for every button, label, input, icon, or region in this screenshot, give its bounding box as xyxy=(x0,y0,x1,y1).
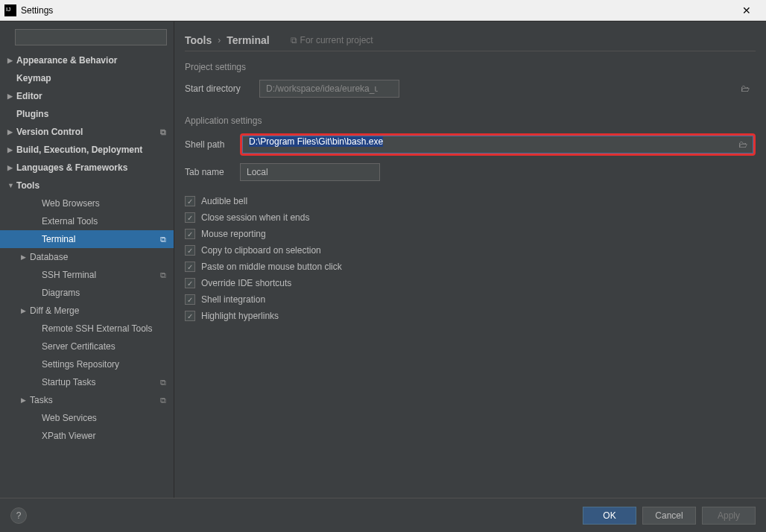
for-project-label: ⧉For current project xyxy=(291,35,373,45)
checkbox-icon: ✓ xyxy=(185,229,195,239)
footer: ? OK Cancel Apply xyxy=(0,498,766,532)
cancel-button[interactable]: Cancel xyxy=(642,507,696,525)
settings-tree: ▶Appearance & Behavior Keymap ▶Editor Pl… xyxy=(0,50,174,498)
chevron-right-icon: ▶ xyxy=(7,146,13,153)
check-mouse-reporting[interactable]: ✓Mouse reporting xyxy=(185,226,756,242)
sidebar: Q▾ ▶Appearance & Behavior Keymap ▶Editor… xyxy=(0,22,174,498)
folder-icon[interactable]: 🗁 xyxy=(741,83,750,94)
sidebar-item-editor[interactable]: ▶Editor xyxy=(0,87,174,105)
chevron-right-icon: ▶ xyxy=(21,253,26,261)
help-button[interactable]: ? xyxy=(10,507,27,524)
sidebar-item-server-certs[interactable]: Server Certificates xyxy=(0,338,174,355)
chevron-right-icon: ▶ xyxy=(7,57,13,64)
check-shell-integration[interactable]: ✓Shell integration xyxy=(185,291,756,308)
sidebar-item-web-services[interactable]: Web Services xyxy=(0,409,174,427)
shell-path-label: Shell path xyxy=(185,139,240,150)
copy-icon: ⧉ xyxy=(160,270,166,280)
sidebar-item-tools[interactable]: ▼Tools xyxy=(0,177,174,194)
copy-icon: ⧉ xyxy=(160,235,166,244)
start-dir-input[interactable] xyxy=(259,80,399,98)
app-icon xyxy=(4,4,16,16)
sidebar-item-external-tools[interactable]: External Tools xyxy=(0,212,174,230)
check-close-session[interactable]: ✓Close session when it ends xyxy=(185,209,756,226)
apply-button[interactable]: Apply xyxy=(702,507,756,525)
start-dir-label: Start directory xyxy=(185,83,259,94)
chevron-right-icon: ▶ xyxy=(7,92,13,100)
search-input[interactable] xyxy=(15,29,167,45)
tab-name-input[interactable] xyxy=(240,163,380,181)
sidebar-item-web-browsers[interactable]: Web Browsers xyxy=(0,194,174,212)
breadcrumb: Tools › Terminal ⧉For current project xyxy=(185,29,756,51)
checkbox-icon: ✓ xyxy=(185,294,195,305)
sidebar-item-build[interactable]: ▶Build, Execution, Deployment xyxy=(0,141,174,159)
shell-path-highlight: D:\Program Files\Git\bin\bash.exe 🗁 xyxy=(240,133,756,156)
sidebar-item-plugins[interactable]: Plugins xyxy=(0,105,174,123)
sidebar-item-database[interactable]: ▶Database xyxy=(0,248,174,266)
check-override-ide[interactable]: ✓Override IDE shortcuts xyxy=(185,275,756,291)
checkbox-icon: ✓ xyxy=(185,262,195,272)
checkbox-group: ✓Audible bell ✓Close session when it end… xyxy=(185,193,756,324)
checkbox-icon: ✓ xyxy=(185,311,195,321)
sidebar-item-ssh-terminal[interactable]: SSH Terminal⧉ xyxy=(0,266,174,284)
sidebar-item-diagrams[interactable]: Diagrams xyxy=(0,284,174,302)
bc-root[interactable]: Tools xyxy=(185,34,212,46)
check-audible-bell[interactable]: ✓Audible bell xyxy=(185,193,756,209)
sidebar-item-languages[interactable]: ▶Languages & Frameworks xyxy=(0,159,174,177)
sidebar-item-vcs[interactable]: ▶Version Control⧉ xyxy=(0,123,174,141)
chevron-right-icon: ▶ xyxy=(21,307,26,314)
sidebar-item-tasks[interactable]: ▶Tasks⧉ xyxy=(0,391,174,409)
check-paste-middle[interactable]: ✓Paste on middle mouse button click xyxy=(185,259,756,275)
sidebar-item-remote-ssh[interactable]: Remote SSH External Tools xyxy=(0,320,174,338)
main-panel: Tools › Terminal ⧉For current project Pr… xyxy=(174,22,766,498)
copy-icon: ⧉ xyxy=(160,396,166,405)
sidebar-item-keymap[interactable]: Keymap xyxy=(0,69,174,87)
chevron-right-icon: ▶ xyxy=(21,396,26,404)
shell-path-input[interactable]: D:\Program Files\Git\bin\bash.exe xyxy=(242,136,753,153)
checkbox-icon: ✓ xyxy=(185,278,195,288)
close-icon[interactable]: ✕ xyxy=(732,0,762,21)
sidebar-item-xpath[interactable]: XPath Viewer xyxy=(0,427,174,445)
chevron-right-icon: ▶ xyxy=(7,164,13,171)
sidebar-item-startup-tasks[interactable]: Startup Tasks⧉ xyxy=(0,373,174,391)
checkbox-icon: ✓ xyxy=(185,196,195,206)
check-copy-clipboard[interactable]: ✓Copy to clipboard on selection xyxy=(185,242,756,259)
check-highlight-links[interactable]: ✓Highlight hyperlinks xyxy=(185,308,756,324)
copy-icon: ⧉ xyxy=(160,378,166,387)
copy-icon: ⧉ xyxy=(291,35,297,45)
checkbox-icon: ✓ xyxy=(185,212,195,223)
section-project: Project settings xyxy=(185,62,756,72)
chevron-right-icon: › xyxy=(218,35,221,45)
bc-leaf: Terminal xyxy=(227,34,269,46)
section-app: Application settings xyxy=(185,115,756,126)
ok-button[interactable]: OK xyxy=(583,507,636,525)
chevron-down-icon: ▼ xyxy=(7,182,14,189)
tab-name-label: Tab name xyxy=(185,167,240,177)
sidebar-item-settings-repo[interactable]: Settings Repository xyxy=(0,355,174,373)
chevron-right-icon: ▶ xyxy=(7,128,13,136)
copy-icon: ⧉ xyxy=(160,127,166,137)
sidebar-item-appearance[interactable]: ▶Appearance & Behavior xyxy=(0,51,174,69)
sidebar-item-diff-merge[interactable]: ▶Diff & Merge xyxy=(0,302,174,320)
checkbox-icon: ✓ xyxy=(185,245,195,256)
titlebar: Settings ✕ xyxy=(0,0,766,21)
sidebar-item-terminal[interactable]: Terminal⧉ xyxy=(0,230,174,248)
window-title: Settings xyxy=(21,5,732,16)
